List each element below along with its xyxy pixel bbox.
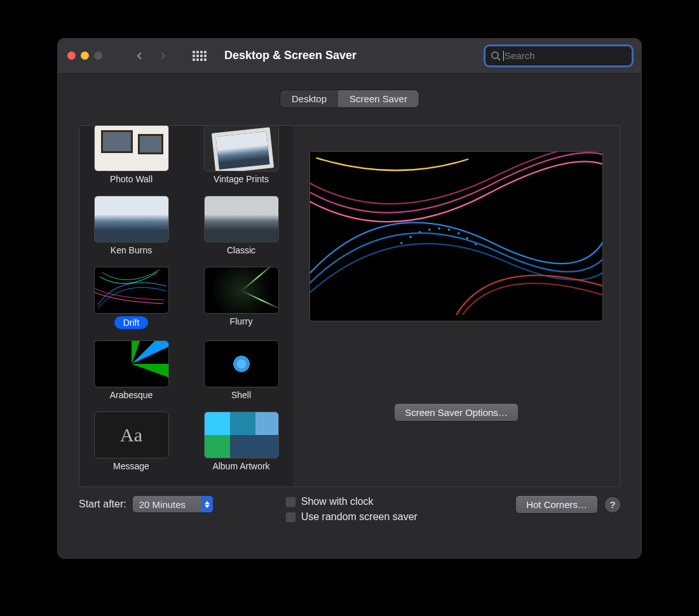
svg-point-7 (438, 227, 440, 230)
zoom-window-button[interactable] (94, 51, 102, 60)
close-window-button[interactable] (67, 51, 76, 60)
svg-marker-12 (205, 501, 210, 504)
screensaver-ken-burns[interactable]: Ken Burns (86, 196, 177, 255)
thumbnail (94, 126, 169, 171)
screensaver-vintage-prints[interactable]: Vintage Prints (196, 126, 287, 184)
select-stepper-icon (201, 496, 213, 512)
thumbnail-label: Message (113, 461, 149, 471)
forward-button (158, 51, 167, 60)
footer-controls: Start after: 20 Minutes Show with clock … (79, 496, 620, 523)
thumbnail (94, 196, 169, 243)
screensaver-message[interactable]: Aa Message (86, 412, 177, 471)
thumbnail (204, 267, 279, 314)
svg-point-10 (466, 237, 468, 239)
svg-marker-13 (205, 505, 210, 508)
show-with-clock-label: Show with clock (301, 496, 374, 507)
screensaver-classic[interactable]: Classic (196, 196, 287, 255)
preferences-window: Desktop & Screen Saver Desktop Screen Sa… (57, 38, 642, 559)
screensaver-album-artwork[interactable]: Album Artwork (196, 412, 287, 471)
tab-switcher: Desktop Screen Saver (280, 90, 419, 107)
screensaver-arabesque[interactable]: Arabesque (86, 340, 177, 400)
back-button[interactable] (135, 51, 144, 60)
thumbnail-label: Album Artwork (212, 461, 269, 471)
svg-point-11 (475, 243, 477, 246)
help-button[interactable]: ? (605, 497, 620, 512)
show-with-clock-checkbox[interactable] (285, 497, 296, 507)
svg-point-4 (409, 236, 412, 238)
svg-point-3 (400, 242, 403, 244)
screensaver-flurry[interactable]: Flurry (196, 267, 287, 329)
start-after-select[interactable]: 20 Minutes (133, 496, 213, 512)
show-all-icon[interactable] (193, 51, 207, 61)
window-controls (67, 51, 102, 60)
search-field[interactable] (485, 46, 632, 65)
svg-point-8 (447, 229, 450, 231)
minimize-window-button[interactable] (81, 51, 89, 60)
svg-rect-2 (310, 152, 602, 315)
svg-point-9 (458, 232, 460, 234)
tab-desktop[interactable]: Desktop (280, 90, 338, 107)
random-screensaver-row[interactable]: Use random screen saver (285, 511, 417, 523)
random-screensaver-checkbox[interactable] (285, 512, 296, 523)
svg-point-5 (418, 231, 421, 233)
thumbnail (94, 340, 169, 387)
screensaver-preview (309, 151, 603, 321)
thumbnail-label: Shell (231, 390, 251, 400)
random-screensaver-label: Use random screen saver (301, 511, 417, 523)
nav-arrows (135, 51, 167, 60)
window-title: Desktop & Screen Saver (224, 49, 356, 62)
thumbnail (204, 196, 279, 243)
thumbnail: Aa (94, 412, 169, 459)
tab-screen-saver[interactable]: Screen Saver (338, 90, 419, 107)
screensaver-drift[interactable]: Drift (86, 267, 177, 329)
thumbnail (204, 412, 279, 459)
show-with-clock-row[interactable]: Show with clock (285, 496, 417, 507)
screen-saver-options-button[interactable]: Screen Saver Options… (395, 404, 518, 421)
thumbnail (94, 267, 169, 314)
thumbnail-label: Vintage Prints (214, 174, 269, 184)
content-area: Photo Wall Vintage Prints Ken Burns Clas… (79, 125, 620, 487)
screensaver-shell[interactable]: Shell (196, 340, 287, 400)
thumbnail (204, 126, 279, 171)
thumbnail-label: Arabesque (110, 390, 153, 400)
thumbnail-label: Classic (227, 245, 255, 255)
svg-line-1 (498, 58, 500, 60)
svg-point-0 (492, 52, 498, 58)
thumbnail-label: Flurry (230, 316, 253, 326)
search-input[interactable] (505, 50, 627, 61)
start-after-control: Start after: 20 Minutes (79, 496, 213, 512)
svg-point-6 (428, 229, 431, 231)
thumbnail-label: Drift (114, 316, 149, 329)
thumbnail-label: Photo Wall (110, 174, 153, 184)
thumbnail (204, 340, 279, 387)
preview-pane: Screen Saver Options… (293, 126, 620, 486)
screensaver-photo-wall[interactable]: Photo Wall (86, 126, 177, 184)
search-icon (491, 51, 501, 61)
hot-corners-button[interactable]: Hot Corners… (516, 496, 597, 513)
start-after-label: Start after: (79, 499, 126, 510)
screensaver-list[interactable]: Photo Wall Vintage Prints Ken Burns Clas… (79, 126, 293, 486)
thumbnail-label: Ken Burns (111, 245, 152, 255)
start-after-value: 20 Minutes (139, 499, 186, 510)
titlebar: Desktop & Screen Saver (57, 38, 642, 74)
